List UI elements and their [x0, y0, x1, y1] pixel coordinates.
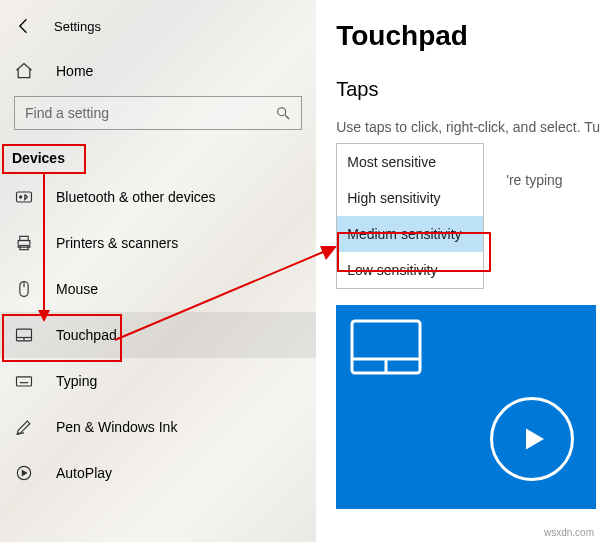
search-icon	[275, 105, 291, 121]
sidebar-item-label: Mouse	[56, 281, 98, 297]
sidebar-item-autoplay[interactable]: AutoPlay	[0, 450, 316, 496]
sidebar-item-label: AutoPlay	[56, 465, 112, 481]
help-text: Use taps to click, right-click, and sele…	[336, 119, 600, 135]
sidebar-item-printers-scanners[interactable]: Printers & scanners	[0, 220, 316, 266]
svg-rect-11	[17, 377, 32, 386]
sensitivity-dropdown[interactable]: Most sensitiveHigh sensitivityMedium sen…	[336, 143, 484, 289]
sidebar-item-mouse[interactable]: Mouse	[0, 266, 316, 312]
settings-title: Settings	[54, 19, 101, 34]
touchpad-icon	[14, 325, 34, 345]
sidebar-item-touchpad[interactable]: Touchpad	[0, 312, 316, 358]
sidebar-item-typing[interactable]: Typing	[0, 358, 316, 404]
search-input[interactable]	[25, 105, 275, 121]
main-pane: Touchpad Taps Use taps to click, right-c…	[316, 0, 600, 542]
bt-icon	[14, 187, 34, 207]
dropdown-option-high-sensitivity[interactable]: High sensitivity	[337, 180, 483, 216]
autoplay-icon	[14, 463, 34, 483]
sidebar: Settings Home Devices Bluetooth & other …	[0, 0, 316, 542]
search-container	[0, 94, 316, 140]
back-icon[interactable]	[14, 16, 34, 36]
sidebar-item-label: Typing	[56, 373, 97, 389]
sidebar-item-label: Bluetooth & other devices	[56, 189, 216, 205]
page-title: Touchpad	[336, 20, 600, 52]
dropdown-option-most-sensitive[interactable]: Most sensitive	[337, 144, 483, 180]
sidebar-item-pen-windows-ink[interactable]: Pen & Windows Ink	[0, 404, 316, 450]
touchpad-glyph-icon	[350, 319, 422, 375]
home-icon	[14, 61, 34, 81]
svg-rect-1	[17, 192, 32, 202]
mouse-icon	[14, 279, 34, 299]
pen-icon	[14, 417, 34, 437]
header-row: Settings	[0, 4, 316, 48]
watermark: wsxdn.com	[544, 527, 594, 538]
svg-rect-4	[20, 236, 28, 240]
video-tile[interactable]	[336, 305, 596, 509]
dropdown-option-medium-sensitivity[interactable]: Medium sensitivity	[337, 216, 483, 252]
svg-point-0	[278, 108, 286, 116]
printer-icon	[14, 233, 34, 253]
help-text-2: 're typing	[506, 172, 562, 188]
nav-list: Bluetooth & other devicesPrinters & scan…	[0, 174, 316, 496]
keyboard-icon	[14, 371, 34, 391]
home-nav[interactable]: Home	[0, 48, 316, 94]
section-header-devices: Devices	[0, 142, 316, 174]
svg-point-2	[20, 196, 22, 198]
sidebar-item-label: Touchpad	[56, 327, 117, 343]
dropdown-option-low-sensitivity[interactable]: Low sensitivity	[337, 252, 483, 288]
sidebar-item-label: Pen & Windows Ink	[56, 419, 177, 435]
home-label: Home	[56, 63, 93, 79]
sidebar-item-bluetooth-other-devices[interactable]: Bluetooth & other devices	[0, 174, 316, 220]
section-title-taps: Taps	[336, 78, 600, 101]
play-button[interactable]	[490, 397, 574, 481]
search-box[interactable]	[14, 96, 302, 130]
sidebar-item-label: Printers & scanners	[56, 235, 178, 251]
